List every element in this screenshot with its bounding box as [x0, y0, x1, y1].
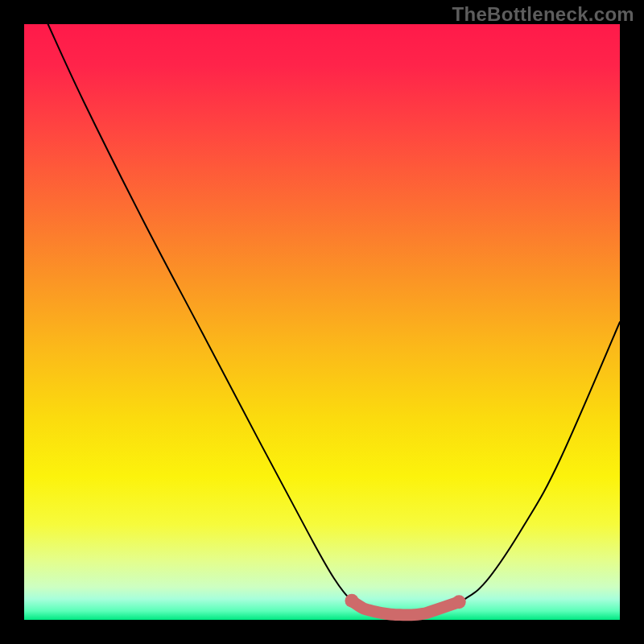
bottleneck-marker-end: [452, 595, 466, 609]
bottleneck-marker-end: [345, 594, 358, 608]
chart-container: TheBottleneck.com: [0, 0, 644, 644]
plot-background: [24, 24, 620, 620]
bottleneck-chart: [0, 0, 644, 644]
watermark-text: TheBottleneck.com: [452, 3, 634, 26]
